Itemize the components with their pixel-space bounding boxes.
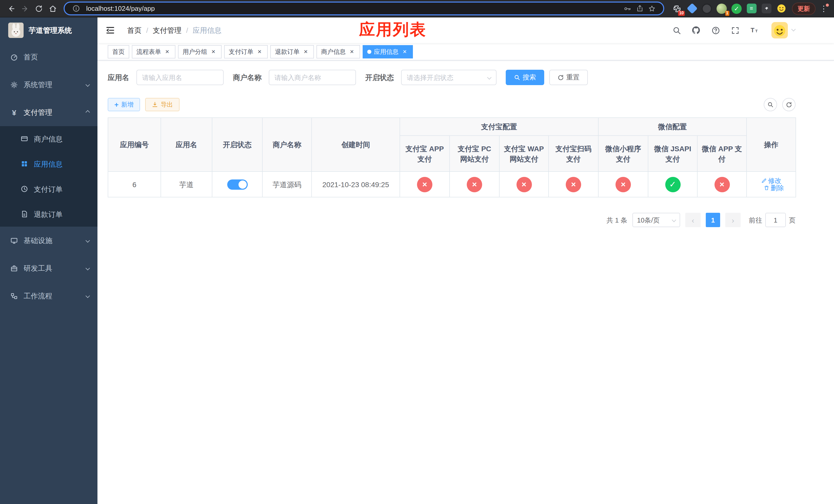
help-icon[interactable]	[710, 25, 721, 36]
sidebar-item-dev-tools[interactable]: 研发工具	[0, 254, 97, 282]
goto-page-input[interactable]	[765, 213, 786, 227]
col-header-status: 开启状态	[212, 118, 262, 171]
merchant-name-input[interactable]	[275, 74, 350, 81]
edit-link[interactable]: 修改	[761, 177, 782, 184]
browser-update-button[interactable]: 更新	[792, 2, 815, 15]
close-tag-icon[interactable]: ×	[401, 48, 408, 55]
extensions-puzzle-icon[interactable]: 10	[672, 3, 683, 14]
user-avatar[interactable]	[771, 22, 795, 39]
sidebar-item-workflow[interactable]: 工作流程	[0, 282, 97, 310]
breadcrumb-home[interactable]: 首页	[127, 27, 141, 34]
status-label: 开启状态	[365, 74, 394, 81]
sidebar-item-label: 首页	[24, 53, 38, 61]
fullscreen-icon[interactable]	[729, 25, 741, 36]
cell-status	[212, 171, 262, 197]
font-size-icon[interactable]: TT	[749, 25, 760, 36]
toolbox-icon	[10, 264, 18, 272]
col-header-app-id: 应用编号	[108, 118, 161, 171]
close-tag-icon[interactable]: ×	[210, 48, 217, 55]
password-key-icon[interactable]	[621, 2, 633, 15]
breadcrumb: 首页 / 支付管理 / 应用信息	[127, 27, 222, 34]
tag-app-info[interactable]: 应用信息 ×	[363, 45, 413, 58]
extension-green-note-icon[interactable]: ≡	[746, 3, 757, 14]
extension-dark-globe-icon[interactable]	[701, 3, 712, 14]
next-page-button[interactable]: ›	[725, 213, 741, 227]
search-icon	[767, 101, 773, 108]
address-bar[interactable]: localhost:1024/pay/app	[64, 2, 664, 15]
tag-refund-orders[interactable]: 退款订单 ×	[270, 45, 314, 58]
sidebar-item-home[interactable]: 首页	[0, 43, 97, 71]
browser-back-button[interactable]	[4, 2, 18, 15]
total-count: 共 1 条	[607, 216, 627, 223]
chevron-down-icon	[86, 294, 90, 298]
delete-link[interactable]: 删除	[764, 184, 784, 191]
sidebar-item-refund-orders[interactable]: 退款订单	[0, 202, 97, 227]
sidebar-item-merchant-info[interactable]: 商户信息	[0, 126, 97, 151]
extension-pin-icon[interactable]	[761, 3, 772, 14]
tag-home[interactable]: 首页	[108, 45, 129, 58]
merchant-name-label: 商户名称	[233, 74, 262, 81]
extension-emoji-icon[interactable]	[775, 3, 787, 14]
sidebar-collapse-button[interactable]	[97, 18, 123, 43]
url-text[interactable]: localhost:1024/pay/app	[86, 5, 621, 12]
cell-create-time: 2021-10-23 08:49:25	[312, 171, 400, 197]
tag-payment-orders[interactable]: 支付订单 ×	[224, 45, 268, 58]
export-button[interactable]: 导出	[145, 98, 179, 111]
browser-home-button[interactable]	[46, 2, 60, 15]
status-toggle[interactable]	[227, 179, 247, 189]
github-icon[interactable]	[690, 25, 702, 36]
refresh-table-button[interactable]	[782, 98, 795, 111]
sidebar-item-payment-orders[interactable]: 支付订单	[0, 176, 97, 202]
header-search-icon[interactable]	[671, 25, 682, 36]
close-tag-icon[interactable]: ×	[256, 48, 263, 55]
page-size-select[interactable]: 10条/页	[632, 213, 680, 227]
tag-user-group[interactable]: 用户分组 ×	[178, 45, 222, 58]
browser-reload-button[interactable]	[32, 2, 46, 15]
alipay-wap-status-icon: ×	[516, 177, 532, 192]
col-header-alipay-qr: 支付宝扫码支付	[549, 136, 598, 171]
sidebar-item-label: 退款订单	[34, 210, 63, 217]
tag-label: 商户信息	[321, 48, 346, 54]
trash-icon	[764, 185, 769, 190]
page-unit-label: 页	[789, 216, 795, 223]
avatar-emoji-icon	[771, 22, 788, 39]
reset-button[interactable]: 重置	[549, 70, 588, 85]
close-tag-icon[interactable]: ×	[348, 48, 355, 55]
bookmark-star-icon[interactable]	[646, 2, 658, 15]
share-icon[interactable]	[633, 2, 646, 15]
sidebar-item-payment[interactable]: ¥ 支付管理	[0, 98, 97, 126]
chevron-down-icon	[86, 266, 90, 271]
sidebar-item-system[interactable]: 系统管理	[0, 71, 97, 98]
sidebar-logo[interactable]: 芋道管理系统	[0, 18, 97, 43]
sidebar-item-infrastructure[interactable]: 基础设施	[0, 227, 97, 254]
prev-page-button[interactable]: ‹	[685, 213, 701, 227]
extension-blue-gem-icon[interactable]	[686, 3, 698, 14]
page-number-button[interactable]: 1	[706, 213, 720, 227]
search-button[interactable]: 搜索	[506, 70, 544, 85]
add-button[interactable]: + 新增	[108, 98, 140, 111]
status-select[interactable]: 请选择开启状态	[401, 70, 497, 85]
profile-avatar-extension-icon[interactable]: 1	[716, 3, 727, 14]
close-tag-icon[interactable]: ×	[163, 48, 171, 55]
goto-label: 前往	[749, 216, 762, 223]
alipay-app-status-icon: ×	[417, 177, 432, 192]
close-tag-icon[interactable]: ×	[302, 48, 309, 55]
app-name-input[interactable]	[142, 74, 218, 81]
wx-jsapi-status-icon: ✓	[665, 177, 680, 192]
active-tag-dot	[367, 49, 371, 53]
sidebar: 芋道管理系统 首页 系统管理 ¥ 支付管理 商户信息	[0, 18, 97, 504]
show-search-toggle-button[interactable]	[764, 98, 777, 111]
grid-icon	[21, 160, 28, 168]
tag-process-form[interactable]: 流程表单 ×	[132, 45, 175, 58]
monitor-icon	[10, 237, 18, 244]
refresh-icon	[557, 74, 564, 81]
yen-icon: ¥	[10, 109, 18, 116]
status-select-placeholder: 请选择开启状态	[407, 74, 454, 81]
browser-forward-button[interactable]	[18, 2, 32, 15]
site-info-icon[interactable]	[70, 2, 82, 15]
forward-arrow-icon	[21, 4, 29, 13]
sidebar-item-app-info[interactable]: 应用信息	[0, 151, 97, 176]
extension-green-check-icon[interactable]: ✓	[731, 3, 742, 14]
tag-merchant-info[interactable]: 商户信息 ×	[316, 45, 360, 58]
browser-menu-button[interactable]: ⋮	[818, 2, 830, 15]
